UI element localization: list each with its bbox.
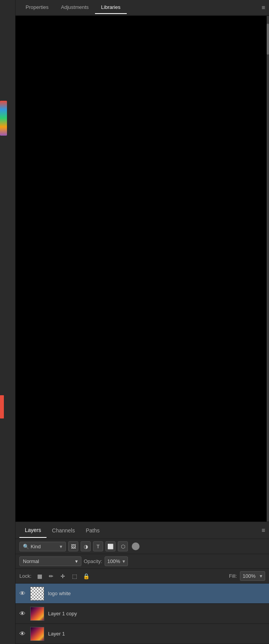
layer-thumbnail [30, 587, 44, 601]
kind-filter-select[interactable]: 🔍 Kind ▾ [19, 542, 66, 551]
blend-mode-chevron: ▾ [75, 558, 78, 564]
filter-smart-object-button[interactable]: ⬡ [118, 541, 128, 551]
opacity-label: Opacity: [84, 558, 102, 564]
search-icon: 🔍 [23, 544, 29, 549]
tab-paths[interactable]: Paths [80, 523, 105, 537]
lock-all-icon: 🔒 [83, 573, 90, 579]
shape-filter-icon: ⬜ [107, 544, 114, 549]
visibility-icon[interactable]: 👁 [19, 590, 26, 597]
layers-panel: Layers Channels Paths ≡ 🔍 Kind ▾ 🖼 ◑ T [16, 522, 269, 644]
layer-item[interactable]: 👁 Layer 1 [16, 624, 269, 644]
filter-adjustment-button[interactable]: ◑ [81, 541, 91, 551]
layer-thumbnail [30, 627, 44, 641]
lock-transparent-button[interactable]: ▦ [35, 572, 44, 580]
tab-layers[interactable]: Layers [19, 523, 47, 538]
fill-chevron: ▾ [260, 573, 262, 579]
canvas-area [16, 16, 269, 522]
vertical-scrollbar[interactable] [267, 16, 269, 522]
kind-chevron: ▾ [60, 544, 62, 549]
tab-libraries[interactable]: Libraries [95, 1, 127, 14]
top-panel: Properties Adjustments Libraries ≡ [16, 0, 269, 16]
lock-artboard-button[interactable]: ⬚ [70, 572, 79, 580]
blend-opacity-row: Normal ▾ Opacity: 100% ▾ [16, 554, 269, 569]
lock-image-button[interactable]: ✏ [47, 572, 55, 580]
layer-thumbnail [30, 607, 44, 621]
color-swatch-left [0, 101, 7, 136]
scrollbar-thumb[interactable] [267, 24, 269, 55]
top-tab-bar: Properties Adjustments Libraries ≡ [16, 0, 269, 15]
left-toolbar [0, 0, 16, 644]
fill-label: Fill: [229, 573, 237, 579]
layer-name: Layer 1 copy [48, 611, 77, 616]
smart-object-filter-icon: ⬡ [121, 544, 125, 549]
layer-item[interactable]: 👁 logo white [16, 584, 269, 604]
adjustment-filter-icon: ◑ [84, 544, 88, 549]
main-content: Properties Adjustments Libraries ≡ Layer… [16, 0, 269, 644]
visibility-icon[interactable]: 👁 [19, 610, 26, 617]
filter-image-button[interactable]: 🖼 [68, 541, 78, 551]
lock-all-button[interactable]: 🔒 [82, 572, 90, 580]
tab-properties[interactable]: Properties [19, 1, 55, 14]
tab-adjustments[interactable]: Adjustments [55, 1, 95, 14]
type-filter-icon: T [97, 544, 100, 549]
opacity-value-text: 100% [107, 558, 120, 564]
blend-mode-value: Normal [23, 558, 39, 564]
lock-position-icon: ✛ [60, 573, 65, 579]
fill-select[interactable]: 100% ▾ [240, 571, 265, 581]
lock-transparent-icon: ▦ [37, 573, 42, 579]
layer-name: logo white [48, 591, 71, 596]
panel-tab-bar: Layers Channels Paths ≡ [16, 522, 269, 539]
filter-toggle-circle[interactable] [132, 542, 140, 550]
panel-menu-icon[interactable]: ≡ [262, 527, 265, 534]
fill-value-text: 100% [243, 573, 255, 579]
opacity-select[interactable]: 100% ▾ [105, 556, 128, 566]
lock-fill-row: Lock: ▦ ✏ ✛ ⬚ 🔒 Fill: 100% [16, 569, 269, 584]
lock-label: Lock: [19, 573, 31, 579]
image-filter-icon: 🖼 [71, 544, 76, 549]
filter-type-button[interactable]: T [93, 541, 103, 551]
lock-position-button[interactable]: ✛ [59, 572, 67, 580]
lock-image-icon: ✏ [49, 573, 53, 579]
blend-mode-select[interactable]: Normal ▾ [19, 556, 81, 566]
filter-shape-button[interactable]: ⬜ [105, 541, 116, 551]
layer-list: 👁 logo white 👁 Layer 1 copy 👁 Layer 1 [16, 584, 269, 644]
lock-artboard-icon: ⬚ [72, 573, 77, 579]
visibility-icon[interactable]: 👁 [19, 630, 26, 637]
layer-item[interactable]: 👁 Layer 1 copy [16, 604, 269, 624]
tab-channels[interactable]: Channels [47, 523, 80, 537]
kind-label: Kind [31, 544, 41, 549]
filter-bar: 🔍 Kind ▾ 🖼 ◑ T ⬜ ⬡ [16, 539, 269, 554]
opacity-chevron: ▾ [122, 558, 125, 564]
layer-name: Layer 1 [48, 631, 65, 637]
color-swatch-bottom [0, 395, 4, 418]
top-panel-menu-icon[interactable]: ≡ [262, 4, 265, 11]
